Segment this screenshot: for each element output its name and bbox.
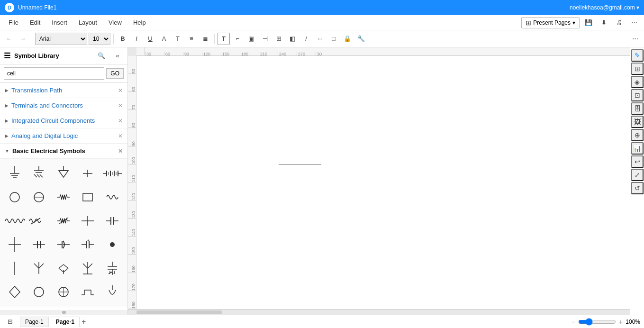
rt-image-button[interactable]: 🖼 <box>631 116 644 128</box>
rt-insert-button[interactable]: ⊕ <box>631 129 644 141</box>
connector-button[interactable]: ⊣ <box>259 33 271 45</box>
close-category-icon[interactable]: ✕ <box>118 118 123 124</box>
zoom-slider[interactable] <box>578 318 616 326</box>
bold-button[interactable]: B <box>117 33 129 45</box>
add-page-button[interactable]: + <box>82 318 86 326</box>
container-button[interactable]: ▣ <box>245 33 257 45</box>
align-options-button[interactable]: ≣ <box>199 33 211 45</box>
text-tool-button[interactable]: T <box>218 33 230 45</box>
category-transmission-path[interactable]: ▶ Transmission Path ✕ <box>0 83 127 98</box>
rt-chart-button[interactable]: 📊 <box>631 142 644 155</box>
symbol-rect2[interactable] <box>77 281 99 303</box>
symbol-diamond[interactable] <box>4 281 26 303</box>
user-account[interactable]: noellekhasoa@gmail.com ▾ <box>570 4 639 11</box>
symbol-ground[interactable] <box>4 163 26 184</box>
waypoint-button[interactable]: ⊞ <box>272 33 285 45</box>
symbol-node[interactable] <box>77 163 99 184</box>
canvas-element-line[interactable] <box>279 164 321 164</box>
extra-button[interactable]: 🔧 <box>355 33 367 45</box>
symbol-resistor[interactable] <box>53 186 74 208</box>
rt-undo-button[interactable]: ↩ <box>631 155 644 168</box>
category-analog-digital[interactable]: ▶ Analog and Digital Logic ✕ <box>0 128 127 144</box>
print-button[interactable]: 🖨 <box>613 17 625 29</box>
menu-edit[interactable]: Edit <box>25 17 45 28</box>
rt-expand-button[interactable]: ⤢ <box>631 169 644 181</box>
zoom-in-button[interactable]: + <box>619 318 623 326</box>
page-tab-page1[interactable]: Page-1 <box>51 317 80 327</box>
search-input[interactable]: cell <box>4 67 104 80</box>
shadow-button[interactable]: □ <box>327 33 340 45</box>
search-toggle-button[interactable]: 🔍 <box>95 50 108 62</box>
font-color-button[interactable]: A <box>158 33 170 45</box>
symbol-circle-cross[interactable] <box>53 281 74 303</box>
symbol-resistor-var[interactable] <box>53 210 74 232</box>
symbol-bipolar-cap[interactable] <box>101 210 123 232</box>
symbol-curve[interactable] <box>101 281 123 303</box>
symbol-cap-polar[interactable] <box>53 234 74 255</box>
menu-file[interactable]: File <box>4 17 23 28</box>
text-format-button[interactable]: T <box>172 33 184 45</box>
symbol-signal-ground[interactable] <box>53 163 74 184</box>
symbol-chassis-ground[interactable] <box>28 163 50 184</box>
menu-insert[interactable]: Insert <box>47 17 72 28</box>
page-view-toggle[interactable]: ⊟ <box>4 316 16 328</box>
menu-help[interactable]: Help <box>128 17 151 28</box>
close-category-icon[interactable]: ✕ <box>118 148 123 155</box>
category-basic-electrical[interactable]: ▼ Basic Electrical Symbols ✕ <box>0 144 127 159</box>
svg-line-7 <box>34 174 37 177</box>
symbol-inductor-var[interactable] <box>28 210 50 232</box>
collapse-button[interactable]: « <box>111 50 124 62</box>
close-category-icon[interactable]: ✕ <box>118 87 123 94</box>
symbol-loop-antenna[interactable] <box>53 257 74 279</box>
symbol-battery[interactable] <box>101 163 123 184</box>
rt-pencil-button[interactable]: ✎ <box>631 49 644 62</box>
rt-grid-button[interactable]: ⊡ <box>631 89 644 101</box>
symbol-dot[interactable] <box>101 234 123 255</box>
symbol-wire[interactable] <box>4 257 26 279</box>
undo-button[interactable]: ← <box>3 33 15 45</box>
align-button[interactable]: ≡ <box>185 33 198 45</box>
rt-layers-button[interactable]: ◈ <box>631 76 644 88</box>
rt-db-button[interactable]: 🗄 <box>631 102 644 115</box>
font-size-selector[interactable]: 10 <box>89 33 110 45</box>
share-button[interactable]: ⋯ <box>628 17 640 29</box>
shape-tool-button[interactable]: ⌐ <box>231 33 244 45</box>
menu-view[interactable]: View <box>104 17 127 28</box>
download-button[interactable]: ⬇ <box>598 17 610 29</box>
close-category-icon[interactable]: ✕ <box>118 102 123 109</box>
arrow-button[interactable]: ↔ <box>314 33 326 45</box>
go-button[interactable]: GO <box>106 68 124 79</box>
zoom-out-button[interactable]: − <box>571 318 575 326</box>
symbol-zener-diode[interactable] <box>77 210 99 232</box>
category-terminals-connectors[interactable]: ▶ Terminals and Connectors ✕ <box>0 98 127 113</box>
symbol-capacitor[interactable] <box>77 186 99 208</box>
lock-button[interactable]: 🔒 <box>341 33 354 45</box>
symbol-junction[interactable] <box>4 234 26 255</box>
close-category-icon[interactable]: ✕ <box>118 133 123 139</box>
line-button[interactable]: / <box>300 33 312 45</box>
page-tab-page1-list[interactable]: Page-1 <box>20 317 49 327</box>
more-options-button[interactable]: ⋯ <box>629 33 641 45</box>
symbol-circle2[interactable] <box>28 281 50 303</box>
symbol-dc-source[interactable] <box>28 186 50 208</box>
present-pages-button[interactable]: ⊞ Present Pages ▾ <box>521 17 580 28</box>
symbol-complex[interactable] <box>101 257 123 279</box>
symbol-cap-fixed[interactable] <box>28 234 50 255</box>
rt-reset-button[interactable]: ↺ <box>631 182 644 194</box>
fill-button[interactable]: ◧ <box>286 33 299 45</box>
save-button[interactable]: 💾 <box>582 17 595 29</box>
symbol-grounded-antenna[interactable] <box>77 257 99 279</box>
redo-button[interactable]: → <box>17 33 29 45</box>
menu-layout[interactable]: Layout <box>74 17 102 28</box>
symbol-cap-polar2[interactable]: + <box>77 234 99 255</box>
font-selector[interactable]: Arial <box>35 33 87 45</box>
underline-button[interactable]: U <box>144 33 156 45</box>
drawing-canvas[interactable] <box>136 56 630 309</box>
rt-pages-button[interactable]: ⊞ <box>631 63 644 75</box>
symbol-antenna[interactable] <box>28 257 50 279</box>
category-integrated-circuit[interactable]: ▶ Integrated Circuit Components ✕ <box>0 113 127 128</box>
italic-button[interactable]: I <box>130 33 143 45</box>
symbol-ac-source[interactable] <box>4 186 26 208</box>
symbol-transformer[interactable] <box>4 210 26 232</box>
symbol-signal-source[interactable] <box>101 186 123 208</box>
